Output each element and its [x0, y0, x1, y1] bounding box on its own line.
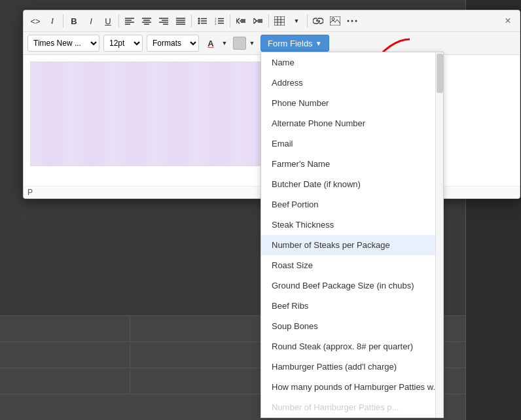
bg-cell	[0, 368, 130, 394]
scrollbar-thumb	[437, 54, 443, 93]
bg-color-button[interactable]	[233, 37, 246, 50]
editor-canvas	[30, 61, 292, 166]
dropdown-item-phone[interactable]: Phone Number	[261, 93, 443, 113]
bg-color-control: ▼	[233, 35, 257, 51]
form-fields-button[interactable]: Form Fields ▼	[260, 35, 329, 52]
dropdown-item-alt-phone[interactable]: Alternate Phone Number	[261, 113, 443, 133]
svg-point-16	[198, 18, 200, 20]
italic-style-button[interactable]: I	[45, 13, 60, 29]
font-selector[interactable]: Times New ...	[27, 35, 99, 52]
align-left-button[interactable]	[122, 13, 137, 29]
indent-more-button[interactable]	[250, 13, 266, 29]
editor-dialog: × <> I B I U 1.2.3.	[23, 10, 520, 199]
svg-rect-42	[330, 16, 340, 26]
toolbar-sep	[63, 14, 63, 27]
code-button[interactable]: <>	[27, 13, 43, 29]
form-fields-label: Form Fields	[268, 39, 313, 48]
image-button[interactable]	[327, 13, 343, 29]
dropdown-scrollbar[interactable]	[435, 52, 443, 417]
form-fields-dropdown: Name Address Phone Number Alternate Phon…	[260, 52, 444, 418]
bg-color-dropdown[interactable]: ▼	[247, 35, 257, 51]
dropdown-item-email[interactable]: Email	[261, 133, 443, 154]
font-size-selector[interactable]: 12pt	[103, 35, 143, 52]
toolbar-row1: <> I B I U 1.2.3.	[24, 10, 520, 32]
dropdown-item-hamburger-pounds[interactable]: How many pounds of Hamburger Patties w..…	[261, 377, 443, 397]
table-dropdown-button[interactable]: ▼	[289, 13, 304, 29]
dropdown-item-address[interactable]: Address	[261, 73, 443, 93]
align-right-button[interactable]	[156, 13, 171, 29]
toolbar-sep5	[268, 14, 269, 27]
svg-point-45	[351, 20, 353, 22]
toolbar-sep4	[230, 14, 230, 27]
dropdown-item-hamburger-count[interactable]: Number of Hamburger Patties p...	[261, 397, 443, 417]
bg-cell	[0, 342, 130, 368]
dropdown-item-soup-bones[interactable]: Soup Bones	[261, 316, 443, 336]
dropdown-item-beef-ribs[interactable]: Beef Ribs	[261, 296, 443, 316]
toolbar-sep6	[307, 14, 308, 27]
svg-point-20	[198, 22, 200, 24]
bullet-list-button[interactable]	[194, 13, 210, 29]
dropdown-item-beef-portion[interactable]: Beef Portion	[261, 194, 443, 215]
bg-cell	[130, 368, 260, 394]
indent-less-button[interactable]	[233, 13, 249, 29]
align-justify-button[interactable]	[173, 13, 189, 29]
svg-point-46	[355, 20, 357, 22]
dropdown-item-farmer-name[interactable]: Farmer's Name	[261, 154, 443, 174]
ordered-list-button[interactable]: 1.2.3.	[211, 13, 227, 29]
svg-point-18	[198, 20, 200, 22]
more-button[interactable]	[344, 13, 360, 29]
dropdown-item-roast-size[interactable]: Roast Size	[261, 255, 443, 275]
svg-rect-36	[274, 16, 285, 26]
text-color-button[interactable]: A	[203, 35, 219, 51]
svg-point-44	[348, 20, 350, 22]
form-fields-wrapper: Form Fields ▼ Name Address Phone Number …	[260, 35, 329, 52]
svg-text:3.: 3.	[215, 22, 217, 25]
toolbar-sep2	[118, 14, 119, 27]
italic-button[interactable]: I	[83, 13, 99, 29]
toolbar-row2: Times New ... 12pt Formats A ▼ ▼ Form Fi…	[24, 32, 520, 55]
dropdown-item-ground-beef[interactable]: Ground Beef Package Size (in chubs)	[261, 275, 443, 296]
form-fields-chevron-icon: ▼	[315, 40, 322, 47]
dropdown-item-butcher-date[interactable]: Butcher Date (if known)	[261, 174, 443, 194]
dropdown-item-hamburger-patties[interactable]: Hamburger Patties (add'l charge)	[261, 357, 443, 377]
dropdown-item-name[interactable]: Name	[261, 52, 443, 73]
align-center-button[interactable]	[139, 13, 154, 29]
underline-button[interactable]: U	[100, 13, 116, 29]
dropdown-item-round-steak[interactable]: Round Steak (approx. 8# per quarter)	[261, 336, 443, 357]
toolbar-sep3	[191, 14, 192, 27]
bg-cell	[130, 316, 260, 341]
link-button[interactable]	[310, 13, 326, 29]
dropdown-item-steak-thickness[interactable]: Steak Thickness	[261, 215, 443, 235]
formats-selector[interactable]: Formats	[147, 35, 199, 52]
bg-cell	[0, 316, 130, 341]
table-button[interactable]	[272, 13, 287, 29]
bold-button[interactable]: B	[66, 13, 82, 29]
dropdown-item-steaks-per-package[interactable]: Number of Steaks per Package	[261, 235, 443, 255]
bg-cell	[130, 342, 260, 368]
text-color-control: A ▼	[203, 35, 229, 51]
text-color-dropdown[interactable]: ▼	[220, 35, 229, 51]
close-button[interactable]: ×	[501, 14, 514, 27]
